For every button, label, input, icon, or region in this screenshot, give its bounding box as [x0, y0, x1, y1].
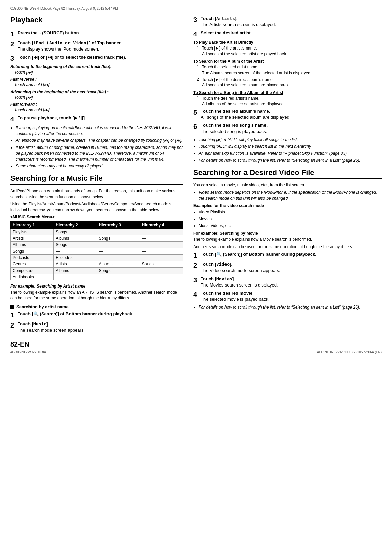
step-num-2: 2 [10, 40, 18, 48]
right-bullet-4: For details on how to scroll through the… [199, 158, 382, 163]
video-step-content-2: Touch [Video]. The Video search mode scr… [201, 261, 382, 274]
table-row: PlaylistsSongs—— [11, 229, 183, 235]
video-intro: You can select a movie, music video, etc… [193, 182, 382, 188]
right-step-content-4: Select the desired artist. [201, 30, 382, 36]
right-step3-text: Touch [Artists]. [201, 16, 238, 21]
right-step5-text: Touch the desired album’s name. [201, 108, 270, 114]
video-final-bullet: For details on how to scroll through the… [199, 304, 382, 310]
movie-heading: For example: Searching by Movie [193, 231, 382, 236]
step-content-3: Touch [⏮] or [⏭] or to select the desire… [18, 54, 183, 60]
right-step-num-6: 6 [193, 122, 201, 131]
table-heading: <MUSIC Search Menu> [10, 215, 183, 219]
note-heading-4: Fast forward : [10, 102, 183, 107]
music-search-title: Searching for a Music File [10, 174, 183, 185]
video-step4-text: Touch the desired movie. [201, 291, 254, 296]
table-row: ArtistsAlbumsSongs— [11, 235, 183, 241]
search-step-num-2: 2 [10, 321, 18, 329]
right-step-content-3: Touch [Artists]. The Artists search scre… [201, 16, 382, 28]
step1-text: Press the ♪ (SOURCE) button. [18, 30, 80, 35]
table-header-h3: Hierarchy 3 [97, 221, 140, 229]
search-step-1: 1 Touch [🔍 (Search)] of Bottom banner du… [10, 311, 183, 319]
step-num-3: 3 [10, 54, 18, 62]
note-heading-3: Advancing to the beginning of the next t… [10, 90, 183, 94]
playback-step-2: 2 Touch [iPod (Audio or Video)] of Top b… [10, 40, 183, 52]
search-album-step-content-2: Touch [►] of the desired album’s name. A… [202, 77, 289, 88]
video-step2-text: Touch [Video]. [201, 262, 232, 267]
table-cell: Artists [11, 235, 54, 241]
playback-title: Playback [10, 16, 183, 26]
right-step-5: 5 Touch the desired album’s name. All so… [193, 108, 382, 120]
header-left: 01GB00INE-W927HD.book Page 82 Thursday, … [10, 7, 118, 11]
music-search-table: Hierarchy 1 Hierarchy 2 Hierarchy 3 Hier… [10, 221, 183, 280]
artist-section-label: Searching by artist name [16, 304, 69, 309]
right-step-num-4: 4 [193, 30, 201, 38]
note-text-1: Touch [⏮]. [14, 70, 183, 75]
step2-subtext: The display shows the iPod mode screen. [18, 46, 99, 52]
right-bullet-3: An alphabet skip function is available. … [199, 151, 382, 156]
black-square-icon [10, 305, 14, 309]
search-song-step-num-1: 1 [197, 96, 202, 100]
header-bar: 01GB00INE-W927HD.book Page 82 Thursday, … [10, 7, 382, 12]
search-song-step-content-1: Touch the desired artist’s name. All alb… [202, 96, 285, 107]
table-row: AlbumsSongs—— [11, 241, 183, 248]
right-step6-subtext: The selected song is played back. [201, 129, 267, 134]
search-step-2: 2 Touch [Music]. The search mode screen … [10, 321, 183, 333]
bullet-item: An episode may have several chapters. Th… [16, 138, 183, 143]
left-column: Playback 1 Press the ♪ (SOURCE) button. … [10, 16, 183, 335]
step4-text: To pause playback, touch [▶ / ‖]. [18, 115, 86, 120]
search-song-step-1: 1 Touch the desired artist’s name. All a… [197, 96, 382, 107]
table-cell: — [140, 267, 183, 274]
example-text: The following example explains how an AR… [10, 290, 183, 301]
table-row: ComposersAlbumsSongs— [11, 267, 183, 274]
video-note-list: Video search mode depends on the iPod/iP… [199, 190, 382, 201]
movie-text-1: The following example explains how a Mov… [193, 237, 382, 242]
right-step-4: 4 Select the desired artist. [193, 30, 382, 38]
table-row: Audiobooks——— [11, 274, 183, 280]
video-step3-subtext: The Movies search screen is displayed. [201, 282, 278, 288]
right-step-6: 6 Touch the desired song’s name. The sel… [193, 122, 382, 135]
table-header-h4: Hierarchy 4 [140, 221, 183, 229]
play-artist-steps: 1 Touch [►] of the artist’s name. All so… [197, 45, 382, 57]
music-search-section: Searching for a Music File An iPod/iPhon… [10, 174, 183, 333]
step-num-4: 4 [10, 115, 18, 123]
right-step-num-5: 5 [193, 108, 201, 116]
bullet-item: Some characters may not be correctly dis… [16, 163, 183, 169]
search-album-step-1: 1 Touch the selected artist name. The Al… [197, 64, 382, 76]
right-step3-subtext: The Artists search screen is displayed. [201, 22, 276, 27]
video-examples-list: Video Playlists Movies Music Videos, etc… [199, 209, 382, 229]
playback-step-1: 1 Press the ♪ (SOURCE) button. [10, 30, 183, 38]
bullet-item: If the artist, album or song name, creat… [16, 145, 183, 162]
page-number: 82-EN [10, 339, 382, 348]
step2-text: Touch [iPod (Audio or Video)] of Top ban… [18, 40, 122, 45]
table-cell: Genres [11, 261, 54, 267]
search-album-step-2: 2 Touch [►] of the desired album’s name.… [197, 77, 382, 88]
video-step4-subtext: The selected movie is played back. [201, 297, 269, 302]
table-cell: Albums [11, 241, 54, 248]
table-cell: — [97, 274, 140, 280]
playback-bullets: If a song is playing on the iPod/iPhone … [16, 125, 183, 170]
table-cell: Podcasts [11, 254, 54, 261]
table-cell: Songs [97, 235, 140, 241]
search-album-steps: 1 Touch the selected artist name. The Al… [197, 64, 382, 88]
video-example-1: Video Playlists [199, 209, 382, 215]
table-cell: — [97, 254, 140, 261]
table-cell: — [140, 274, 183, 280]
table-cell: Composers [11, 267, 54, 274]
video-section-title: Searching for a Desired Video File [193, 168, 382, 179]
play-artist-step-1: 1 Touch [►] of the artist’s name. All so… [197, 45, 382, 57]
right-step4-text: Select the desired artist. [201, 30, 252, 35]
video-examples-heading: Examples for the video search mode [193, 203, 382, 208]
video-step1-text: Touch [🔍 (Search)] of Bottom banner duri… [201, 252, 316, 257]
search-step-content-1: Touch [🔍 (Search)] of Bottom banner duri… [18, 311, 183, 317]
video-step-4: 4 Touch the desired movie. The selected … [193, 290, 382, 302]
video-step-num-1: 1 [193, 251, 201, 259]
table-cell: Albums [54, 235, 97, 241]
playback-step-4: 4 To pause playback, touch [▶ / ‖]. [10, 115, 183, 123]
right-bullet-1: Touching [▶] of "ALL" will play back all… [199, 137, 382, 143]
note-heading-1: Returning to the beginning of the curren… [10, 64, 183, 69]
search-step1-text: Touch [🔍 (Search)] of Bottom banner duri… [18, 311, 133, 316]
video-example-3: Music Videos, etc. [199, 223, 382, 229]
right-step6-text: Touch the desired song’s name. [201, 123, 268, 128]
search-step2-text: Touch [Music]. [18, 321, 49, 327]
footer-right: ALPINE INE-S927HD 68-21057Z90-A (EN) [317, 350, 382, 354]
